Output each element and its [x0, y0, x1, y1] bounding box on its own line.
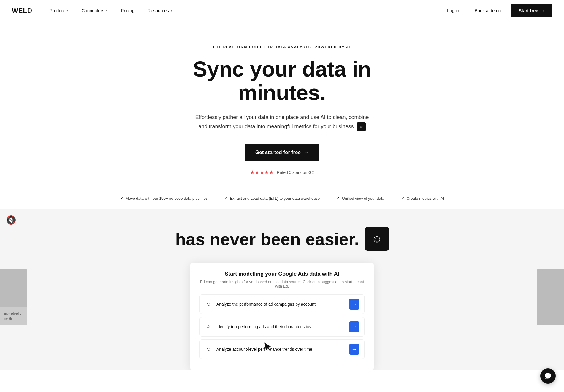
hero-subtitle: Effortlessly gather all your data in one…: [190, 113, 374, 131]
ai-suggestion-1[interactable]: ☺ Identify top-performing ads and their …: [199, 317, 365, 337]
check-icon: ✓: [401, 196, 404, 201]
partial-card-left: ently edited b month: [0, 307, 27, 325]
check-icon: ✓: [120, 196, 123, 201]
side-panel-left: ently edited b month: [0, 269, 27, 325]
check-icon: ✓: [224, 196, 227, 201]
navbar: WELD Product ▾ Connectors ▾ Pricing Reso…: [0, 0, 564, 21]
ai-suggestion-2[interactable]: ☺ Analyze account-level performance tren…: [199, 339, 365, 359]
brand-logo[interactable]: WELD: [12, 7, 32, 15]
nav-item-connectors[interactable]: Connectors ▾: [75, 0, 114, 21]
get-started-button[interactable]: Get started for free →: [245, 144, 319, 161]
nav-item-product[interactable]: Product ▾: [43, 0, 75, 21]
start-free-button[interactable]: Start free →: [511, 4, 552, 17]
chevron-down-icon: ▾: [106, 9, 108, 12]
nav-items: Product ▾ Connectors ▾ Pricing Resources…: [43, 0, 179, 21]
hero-title: Sync your data in minutes.: [154, 58, 410, 104]
hero-cta: Get started for free →: [245, 144, 319, 161]
ai-suggestion-text-2: Analyze account-level performance trends…: [216, 347, 312, 352]
ai-suggestion-text-1: Identify top-performing ads and their ch…: [216, 324, 311, 329]
feature-text-0: Move data with our 150+ no code data pip…: [126, 196, 207, 201]
ai-face-icon-0: ☺: [205, 300, 213, 308]
ai-face-icon-1: ☺: [205, 323, 213, 331]
feature-text-3: Create metrics with AI: [407, 196, 444, 201]
nav-left: WELD Product ▾ Connectors ▾ Pricing Reso…: [12, 0, 179, 21]
feature-text-2: Unified view of your data: [342, 196, 384, 201]
mute-button[interactable]: 🔇: [6, 215, 16, 225]
feature-item-0: ✓ Move data with our 150+ no code data p…: [112, 194, 216, 203]
ai-panel: Start modelling your Google Ads data wit…: [190, 263, 374, 370]
partial-text-left-2: month: [4, 317, 23, 320]
weld-face-icon-large: ☺: [365, 227, 389, 251]
hero-rating: ★★★★★ Rated 5 stars on G2: [250, 169, 314, 176]
check-icon: ✓: [336, 196, 340, 201]
start-free-label: Start free: [519, 8, 538, 13]
nav-item-resources[interactable]: Resources ▾: [141, 0, 179, 21]
nav-label-connectors: Connectors: [81, 8, 104, 13]
hero-tag: ETL PLATFORM BUILT FOR DATA ANALYSTS, PO…: [213, 45, 351, 49]
suggestion-arrow-button-2[interactable]: →: [349, 344, 359, 355]
feature-item-1: ✓ Extract and Load data (ETL) to your da…: [216, 194, 328, 203]
demo-section: 🔇 ently edited b month has never been ea…: [0, 209, 564, 370]
side-panel-right: [537, 269, 564, 325]
nav-label-resources: Resources: [148, 8, 169, 13]
demo-inner: has never been easier. ☺ Start modelling…: [119, 209, 445, 370]
cta-label: Get started for free: [255, 150, 301, 155]
ai-panel-subtitle: Ed can generate insights for you based o…: [199, 280, 365, 288]
feature-item-3: ✓ Create metrics with AI: [393, 194, 452, 203]
feature-strip: ✓ Move data with our 150+ no code data p…: [0, 188, 564, 209]
rating-text: Rated 5 stars on G2: [277, 170, 314, 175]
suggestion-arrow-button-0[interactable]: →: [349, 299, 359, 310]
rating-stars: ★★★★★: [250, 169, 274, 176]
book-demo-button[interactable]: Book a demo: [469, 6, 507, 15]
arrow-right-icon: →: [304, 150, 309, 155]
weld-logo-icon: ☺: [357, 122, 366, 131]
nav-item-pricing[interactable]: Pricing: [114, 0, 141, 21]
nav-label-pricing: Pricing: [121, 8, 134, 13]
chevron-down-icon: ▾: [171, 9, 172, 12]
demo-big-text: has never been easier. ☺: [175, 227, 389, 251]
feature-text-1: Extract and Load data (ETL) to your data…: [230, 196, 320, 201]
ai-suggestion-text-0: Analyze the performance of ad campaigns …: [216, 302, 316, 307]
arrow-right-icon: →: [541, 8, 545, 13]
hero-section: ETL PLATFORM BUILT FOR DATA ANALYSTS, PO…: [0, 21, 564, 188]
chevron-down-icon: ▾: [66, 9, 68, 12]
feature-item-2: ✓ Unified view of your data: [328, 194, 392, 203]
suggestion-arrow-button-1[interactable]: →: [349, 321, 359, 332]
ai-face-icon-2: ☺: [205, 345, 213, 353]
nav-right: Log in Book a demo Start free →: [442, 4, 552, 17]
nav-label-product: Product: [50, 8, 65, 13]
mute-icon: 🔇: [6, 215, 16, 225]
partial-text-left: ently edited b: [4, 312, 23, 315]
login-button[interactable]: Log in: [442, 6, 464, 15]
ai-panel-title: Start modelling your Google Ads data wit…: [199, 271, 365, 277]
ai-suggestion-0[interactable]: ☺ Analyze the performance of ad campaign…: [199, 294, 365, 314]
